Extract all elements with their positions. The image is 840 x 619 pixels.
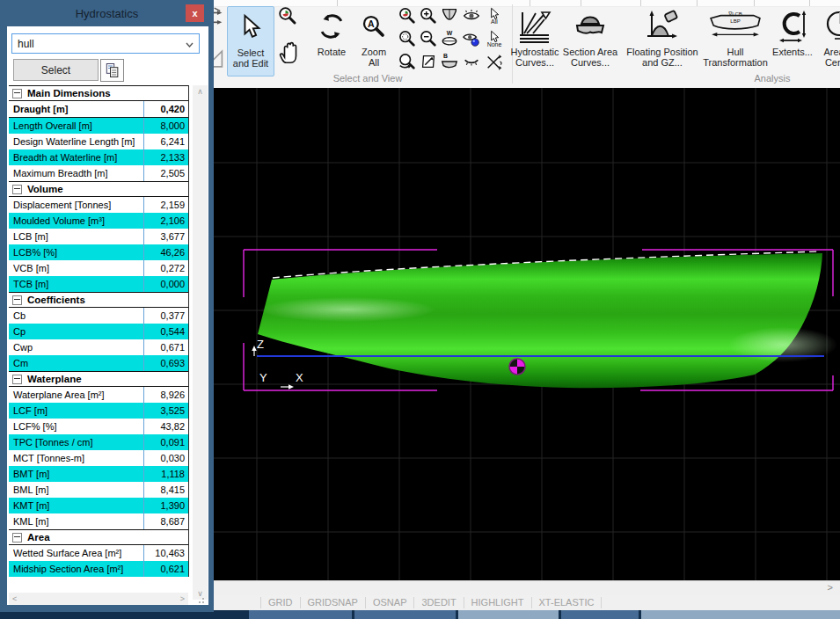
chevron-down-icon [186,42,194,47]
row-label: MCT [Tonnes-m] [9,453,143,463]
table-row[interactable]: LCF [m]3,525 [9,403,188,419]
hide-icon [462,52,481,71]
select-button[interactable]: Select [13,59,99,81]
scroll-right-icon[interactable]: > [828,582,833,593]
viewport-scroll-strip[interactable]: > [211,580,840,596]
collapse-icon[interactable] [12,89,22,98]
3d-viewport[interactable]: Z Y X [211,88,840,580]
buttockline-view-button[interactable] [440,51,459,72]
section-header[interactable]: Waterplane [9,371,188,387]
table-row[interactable]: Cwp0,671 [9,339,188,355]
pan-hand-button[interactable] [277,39,305,67]
scroll-right-icon[interactable]: > [180,594,185,603]
table-row[interactable]: BML [m]8,415 [9,482,188,498]
table-row[interactable]: Design Waterline Length [m]6,241 [9,134,188,149]
table-row[interactable]: Displacement [Tonnes]2,159 [9,197,188,213]
table-row[interactable]: KMT [m]1,390 [9,498,188,513]
table-row[interactable]: Waterplane Area [m²]8,926 [9,387,188,403]
table-row[interactable]: VCB [m]0,272 [9,260,188,276]
table-row[interactable]: Moulded Volume [m³]2,106 [9,213,188,229]
row-value: 8,687 [143,513,188,529]
scroll-up-icon[interactable]: ∧ [193,87,208,96]
table-row[interactable]: MCT [Tonnes-m]0,030 [9,450,188,466]
hull-select-combobox[interactable]: hull [11,33,200,54]
table-row[interactable]: Cp0,544 [9,324,188,339]
toggle-highlight[interactable]: HIGHLIGHT [464,597,531,608]
copy-button[interactable] [100,59,124,82]
zoom-in-button[interactable] [419,5,438,26]
toggle-3dedit[interactable]: 3DEDIT [413,597,463,608]
clipped-arrows-icon[interactable] [212,7,224,30]
new-window-button[interactable] [419,51,438,72]
waterline-view-button[interactable] [440,28,459,49]
toggle-gridsnap[interactable]: GRIDSNAP [300,597,365,608]
panel-title-bar[interactable]: Hydrostatics x [0,0,214,26]
table-row[interactable]: KML [m]8,687 [9,513,188,529]
panel-body: hull Select Main DimensionsDraught [m]0,… [7,26,208,605]
row-label: KMT [m] [9,500,143,511]
hull-surface[interactable] [258,251,837,388]
row-label: KML [m] [9,516,143,527]
show-underwater-button[interactable] [462,28,481,49]
table-row[interactable]: Cb0,377 [9,308,188,324]
row-label: Maximum Breadth [m] [9,168,143,178]
table-row[interactable]: Draught [m]0,420 [9,101,188,118]
table-row[interactable]: TPC [Tonnes / cm]0,091 [9,434,188,450]
row-label: Moulded Volume [m³] [9,215,143,226]
hide-button[interactable] [462,51,481,72]
area-button[interactable]: AreaCen [809,6,840,75]
zoom-lightning-button[interactable] [278,5,297,26]
row-value: 0,000 [143,276,188,292]
zoom-previous-button[interactable] [398,51,417,72]
floating-position-button[interactable]: Floating Positionand GZ... [625,6,700,75]
zoom-in-icon [419,6,438,25]
section-area-button[interactable]: Section AreaCurves... [552,6,628,75]
table-row[interactable]: Maximum Breadth [m]2,505 [9,165,188,181]
show-all-button[interactable] [462,5,481,26]
table-row[interactable]: Wetted Surface Area [m²]10,463 [9,545,188,561]
center-of-buoyancy-marker[interactable] [509,359,525,375]
toggle-grid[interactable]: GRID [260,597,300,608]
tab-divider [640,0,641,6]
scroll-left-icon[interactable]: < [12,594,17,603]
table-row[interactable]: Cm0,693 [9,355,188,371]
collapse-icon[interactable] [12,533,22,543]
table-row[interactable]: Midship Section Area [m²]0,621 [9,561,188,577]
close-button[interactable]: x [186,4,204,22]
zoom-all-button[interactable]: ZoomAll [354,6,393,75]
hull-transformation-icon: ∇LCBLBP [696,6,775,47]
tab-divider [581,0,581,6]
table-row[interactable]: LCF% [%]43,82 [9,419,188,434]
collapse-icon[interactable] [12,185,22,194]
collapse-icon[interactable] [12,375,22,384]
toggle-osnap[interactable]: OSNAP [365,597,414,608]
zoom-out-button[interactable] [419,28,438,49]
row-value: 2,505 [143,165,188,181]
table-row[interactable]: BMT [m]1,118 [9,466,188,482]
row-label: Cm [9,358,143,368]
row-label: BML [m] [9,484,143,495]
resize-grip[interactable] [195,594,204,603]
row-value: 43,82 [143,419,188,434]
collapse-icon[interactable] [12,295,22,305]
zoom-window-button[interactable] [398,28,417,49]
select-and-edit-button[interactable]: Selectand Edit [227,6,274,76]
vertical-scrollbar[interactable]: ∧ ∨ [193,85,208,600]
section-header[interactable]: Volume [9,181,188,197]
bodyplan-view-button[interactable] [440,5,459,26]
zoom-extents-button[interactable] [398,5,417,26]
table-row[interactable]: LCB% [%]46,26 [9,244,188,260]
section-header[interactable]: Coefficients [9,292,188,308]
table-row[interactable]: LCB [m]3,677 [9,229,188,244]
rotate-button[interactable]: Rotate [310,6,353,75]
section-header[interactable]: Area [9,529,188,545]
clipped-triangle-icon[interactable] [212,49,224,69]
table-row[interactable]: TCB [m]0,000 [9,276,188,292]
section-title: Area [27,532,50,543]
table-row[interactable]: Length Overall [m]8,000 [9,118,188,134]
table-row[interactable]: Breadth at Waterline [m]2,133 [9,149,188,165]
toggle-xt-elastic[interactable]: XT-ELASTIC [531,597,603,608]
section-header[interactable]: Main Dimensions [9,85,188,101]
hull-button[interactable]: ∇LCBLBPHullTransformation [696,6,775,75]
horizontal-scrollbar[interactable]: < > [9,593,188,605]
